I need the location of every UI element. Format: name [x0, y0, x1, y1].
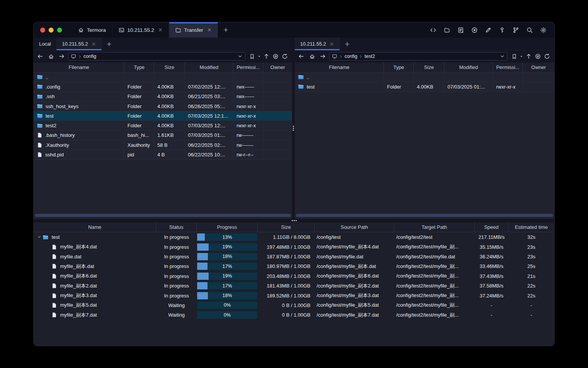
column-header-filename[interactable]: Filename [295, 62, 384, 72]
arrow-up-icon [263, 53, 270, 59]
forward-button[interactable] [57, 52, 66, 61]
file-row-test2[interactable]: test2Folder4.00KB07/03/2025 12:...rwxr-x… [34, 121, 292, 130]
left-panel-tab-10-211-55-2[interactable]: 10.211.55.2 [57, 38, 102, 50]
search-button[interactable] [524, 25, 534, 35]
collapse-expander-icon[interactable] [37, 235, 42, 240]
file-row-ssh[interactable]: .sshFolder4.00KB06/21/2025 03:...rwx----… [34, 92, 292, 102]
transfer-column-header-source-path[interactable]: Source Path [315, 222, 394, 232]
record-button[interactable] [469, 25, 479, 35]
transfer-row-myfile-dat[interactable]: myfile.datIn progress18%187.87MB / 1.00G… [34, 252, 554, 261]
code-button[interactable] [428, 25, 438, 35]
right-panel-new-tab-button[interactable] [340, 38, 354, 50]
forward-button[interactable] [318, 52, 327, 61]
column-header-type[interactable]: Type [124, 62, 154, 72]
file-row-test[interactable]: testFolder4.00KB07/03/2025 12:1...rwxr-x… [34, 111, 292, 121]
computer-icon [332, 54, 337, 59]
pencil-button[interactable] [483, 25, 493, 35]
close-window-button[interactable] [40, 28, 45, 33]
right-panel-tab-10-211-55-2[interactable]: 10.211.55.2 [295, 38, 340, 50]
file-row-test[interactable]: testFolder4.00KB07/03/2025 01:...rwxr-xr… [295, 82, 554, 92]
transfer-row-myfile-6-dat[interactable]: myfile_副本6.datIn progress19%203.48MB / 1… [34, 271, 554, 281]
bookmark-button[interactable] [510, 52, 518, 61]
window-tab-10-211-55-2[interactable]: 10.211.55.2 [113, 22, 169, 38]
file-row-config[interactable]: .configFolder4.00KB07/02/2025 12:...rwx-… [34, 82, 292, 92]
folder-button[interactable] [442, 25, 452, 35]
left-panel-tab-local[interactable]: Local [34, 38, 57, 50]
minimize-window-button[interactable] [49, 28, 54, 33]
tab-close-button[interactable] [158, 28, 163, 32]
column-header-modified[interactable]: Modified [444, 62, 493, 72]
file-row-bash-history[interactable]: .bash_historybash_hi...1.61KB07/03/2025 … [34, 131, 292, 140]
file-row-xauthority[interactable]: .XauthorityXauthority58 B06/22/2025 02:.… [34, 140, 292, 150]
file-row-ssh-host-keys[interactable]: ssh_host_keysFolder4.00KB06/26/2025 05:.… [34, 102, 292, 111]
left-panel-path-input[interactable]: config [68, 52, 245, 61]
size-cell: 4.00KB [154, 111, 185, 120]
column-header-permissi[interactable]: Permissi... [234, 62, 263, 72]
tab-close-button[interactable] [91, 42, 96, 46]
column-header-type[interactable]: Type [384, 62, 414, 72]
window-tab-transfer[interactable]: Transfer [169, 22, 218, 38]
left-panel-horizontal-scrollbar[interactable] [35, 214, 291, 217]
transfer-column-header-name[interactable]: Name [34, 222, 156, 232]
right-panel-path-input[interactable]: configtest2 [329, 52, 508, 61]
column-header-size[interactable]: Size [414, 62, 444, 72]
file-row-item[interactable]: .. [34, 72, 292, 82]
transfer-row-myfile-3-dat[interactable]: myfile_副本3.datIn progress18%189.52MB / 1… [34, 291, 554, 300]
path-segment[interactable]: test2 [364, 54, 375, 59]
transfer-column-header-target-path[interactable]: Target Path [394, 222, 475, 232]
bookmark-dropdown-button[interactable] [257, 52, 261, 61]
show-hidden-files-button[interactable] [271, 52, 280, 61]
document-button[interactable] [456, 25, 466, 35]
path-segment[interactable]: config [345, 54, 357, 59]
column-header-size[interactable]: Size [154, 62, 185, 72]
path-dropdown-button[interactable] [237, 54, 243, 59]
horizontal-splitter[interactable] [34, 219, 554, 222]
key-button[interactable] [497, 25, 507, 35]
bookmark-dropdown-button[interactable] [519, 52, 524, 61]
tab-close-button[interactable] [330, 42, 334, 46]
window-tab-termora[interactable]: Termora [72, 22, 113, 38]
transfer-column-header-status[interactable]: Status [156, 222, 197, 232]
path-dropdown-button[interactable] [500, 54, 505, 59]
zoom-window-button[interactable] [57, 28, 62, 33]
progress-label: 17% [197, 282, 257, 289]
back-button[interactable] [297, 52, 305, 61]
path-segment[interactable]: config [83, 54, 96, 59]
file-row-item[interactable]: .. [295, 72, 554, 82]
transfer-column-header-speed[interactable]: Speed [475, 222, 508, 232]
transfer-row-myfile-4-dat[interactable]: myfile_副本4.datIn progress19%197.48MB / 1… [34, 242, 554, 251]
branch-button[interactable] [511, 25, 521, 35]
transfer-row-myfile-7-dat[interactable]: myfile_副本7.datWaiting0%0 B / 1.00GB/conf… [34, 310, 554, 320]
transfer-row-myfile-2-dat[interactable]: myfile_副本2.datIn progress17%181.43MB / 1… [34, 281, 554, 291]
show-hidden-files-button[interactable] [534, 52, 542, 61]
home-button[interactable] [308, 52, 316, 61]
home-button[interactable] [47, 52, 55, 61]
transfer-column-header-progress[interactable]: Progress [197, 222, 258, 232]
transfer-column-header-estimated-time[interactable]: Estimated time [508, 222, 554, 232]
file-row-sshd-pid[interactable]: sshd.pidpid4 B06/22/2025 10:...rw-r--r-- [34, 150, 292, 159]
column-header-owner[interactable]: Owner [523, 62, 554, 72]
tab-close-button[interactable] [207, 28, 212, 32]
column-header-owner[interactable]: Owner [263, 62, 292, 72]
new-tab-button[interactable] [218, 22, 234, 38]
transfer-column-header-size[interactable]: Size [258, 222, 315, 232]
left-panel-new-tab-button[interactable] [102, 38, 116, 50]
parent-directory-button[interactable] [524, 52, 533, 61]
vertical-splitter[interactable] [292, 38, 295, 219]
transfer-row-test[interactable]: testIn progress13%1.11GB / 8.00GB/config… [34, 232, 554, 242]
settings-button[interactable] [538, 25, 548, 35]
refresh-button[interactable] [543, 52, 551, 61]
column-header-filename[interactable]: Filename [34, 62, 124, 72]
back-button[interactable] [36, 52, 44, 61]
refresh-button[interactable] [281, 52, 289, 61]
transfer-row-myfile-5-dat[interactable]: myfile_副本5.datWaiting0%0 B / 1.00GB/conf… [34, 301, 554, 310]
owner-cell [263, 111, 292, 120]
column-header-modified[interactable]: Modified [185, 62, 234, 72]
right-panel-horizontal-scrollbar[interactable] [296, 214, 553, 217]
transfer-row-myfile-dat[interactable]: myfile_副本.datIn progress17%180.97MB / 1.… [34, 261, 554, 271]
window-tab-label: 10.211.55.2 [127, 27, 154, 33]
parent-directory-button[interactable] [262, 52, 271, 61]
folder-fill-icon [37, 103, 43, 109]
bookmark-button[interactable] [248, 52, 256, 61]
column-header-permissi[interactable]: Permissi... [493, 62, 523, 72]
